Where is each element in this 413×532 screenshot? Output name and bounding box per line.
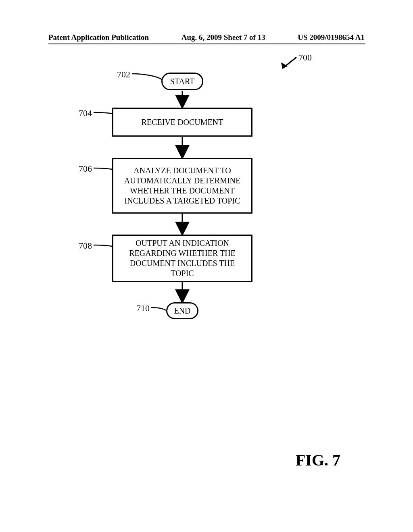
page-header: Patent Application Publication Aug. 6, 2… [0, 33, 413, 42]
ref-704: 704 [79, 108, 92, 118]
terminator-end: END [166, 302, 198, 319]
process-output: OUTPUT AN INDICATION REGARDING WHETHER T… [112, 235, 252, 282]
ref-710: 710 [136, 303, 150, 314]
terminator-end-label: END [174, 306, 190, 316]
terminator-start: START [161, 73, 203, 90]
process-analyze: ANALYZE DOCUMENT TO AUTOMATICALLY DETERM… [112, 158, 252, 214]
ref-700: 700 [298, 52, 312, 63]
arrow-icon [281, 57, 296, 69]
flowchart: START RECEIVE DOCUMENT ANALYZE DOCUMENT … [0, 52, 413, 367]
figure-caption: FIG. 7 [296, 451, 340, 470]
ref-708: 708 [79, 241, 92, 251]
header-right: US 2009/0198654 A1 [298, 33, 365, 42]
header-left: Patent Application Publication [48, 33, 149, 42]
process-output-label: OUTPUT AN INDICATION REGARDING WHETHER T… [117, 238, 247, 278]
ref-706: 706 [79, 164, 92, 174]
ref-702: 702 [117, 69, 130, 80]
header-center: Aug. 6, 2009 Sheet 7 of 13 [181, 33, 265, 42]
header-rule [48, 44, 365, 44]
process-receive: RECEIVE DOCUMENT [112, 108, 252, 137]
process-analyze-label: ANALYZE DOCUMENT TO AUTOMATICALLY DETERM… [117, 166, 247, 206]
process-receive-label: RECEIVE DOCUMENT [142, 117, 223, 127]
patent-page: Patent Application Publication Aug. 6, 2… [0, 0, 413, 532]
terminator-start-label: START [170, 77, 195, 86]
